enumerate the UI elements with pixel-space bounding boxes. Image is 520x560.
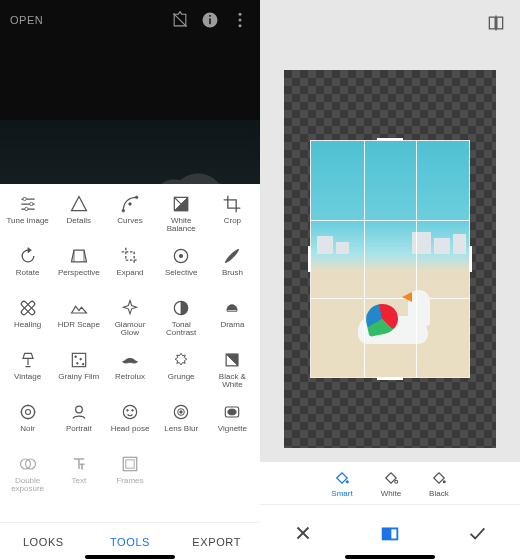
tool-label: Double exposure (4, 477, 52, 493)
svg-rect-39 (126, 460, 134, 468)
aspect-button[interactable] (347, 522, 434, 544)
tool-white-balance[interactable]: White Balance (156, 192, 207, 244)
tool-label: Grunge (168, 373, 195, 381)
svg-rect-40 (489, 17, 495, 29)
tool-healing[interactable]: Healing (2, 296, 53, 348)
crop-handle-right[interactable] (469, 246, 472, 272)
crop-icon (222, 194, 242, 214)
svg-point-24 (21, 405, 34, 418)
healing-icon (18, 298, 38, 318)
tool-label: Crop (224, 217, 241, 225)
tool-brush[interactable]: Brush (207, 244, 258, 296)
tool-label: Rotate (16, 269, 40, 277)
svg-rect-16 (20, 300, 35, 315)
tool-selective[interactable]: Selective (156, 244, 207, 296)
svg-point-43 (395, 480, 398, 483)
top-app-bar: OPEN (0, 0, 260, 40)
tool-black-white[interactable]: Black & White (207, 348, 258, 400)
tool-frames[interactable]: Frames (104, 452, 155, 504)
noir-icon (18, 402, 38, 422)
tab-export[interactable]: EXPORT (173, 523, 260, 560)
svg-point-7 (29, 202, 32, 205)
image-preview[interactable] (311, 141, 469, 377)
tool-tune-image[interactable]: Tune Image (2, 192, 53, 244)
tool-label: Brush (222, 269, 243, 277)
cancel-button[interactable] (260, 522, 347, 544)
crop-handle-top[interactable] (377, 138, 403, 141)
bucket-icon (430, 469, 448, 487)
tool-grunge[interactable]: Grunge (156, 348, 207, 400)
svg-point-34 (228, 409, 236, 415)
double-exposure-icon (18, 454, 38, 474)
tool-rotate[interactable]: Rotate (2, 244, 53, 296)
tool-label: Tune Image (6, 217, 48, 225)
svg-point-42 (346, 480, 349, 483)
tool-label: Drama (220, 321, 244, 329)
tool-perspective[interactable]: Perspective (53, 244, 104, 296)
tool-label: Vintage (14, 373, 41, 381)
tool-label: Curves (117, 217, 142, 225)
compare-icon[interactable] (486, 13, 506, 33)
tab-looks[interactable]: LOOKS (0, 523, 87, 560)
tool-noir[interactable]: Noir (2, 400, 53, 452)
svg-rect-1 (209, 18, 211, 24)
crop-handle-left[interactable] (308, 246, 311, 272)
tool-portrait[interactable]: Portrait (53, 400, 104, 452)
tool-head-pose[interactable]: Head pose (104, 400, 155, 452)
overflow-menu-icon[interactable] (230, 10, 250, 30)
svg-text:T: T (80, 462, 85, 471)
fill-option-smart[interactable]: Smart (331, 469, 352, 498)
tool-crop[interactable]: Crop (207, 192, 258, 244)
tool-label: Text (71, 477, 86, 485)
tool-grainy-film[interactable]: Grainy Film (53, 348, 104, 400)
tool-curves[interactable]: Curves (104, 192, 155, 244)
svg-point-27 (123, 405, 136, 418)
tool-glamour-glow[interactable]: Glamour Glow (104, 296, 155, 348)
svg-point-14 (180, 254, 183, 257)
svg-point-44 (443, 480, 446, 483)
svg-point-26 (75, 406, 82, 413)
tonal-contrast-icon (171, 298, 191, 318)
expand-canvas[interactable] (284, 70, 496, 448)
open-button[interactable]: OPEN (10, 14, 160, 26)
tool-text[interactable]: T Text (53, 452, 104, 504)
tool-double-exposure[interactable]: Double exposure (2, 452, 53, 504)
film-icon (69, 350, 89, 370)
vintage-lamp-icon (18, 350, 38, 370)
perspective-icon (69, 246, 89, 266)
tool-lens-blur[interactable]: Lens Blur (156, 400, 207, 452)
tool-label: Perspective (58, 269, 100, 277)
photo-badge-icon[interactable] (170, 10, 190, 30)
mustache-icon (120, 350, 140, 370)
drama-icon (222, 298, 242, 318)
lens-blur-icon (171, 402, 191, 422)
tool-details[interactable]: Details (53, 192, 104, 244)
close-icon (292, 522, 314, 544)
fill-option-white[interactable]: White (381, 469, 401, 498)
svg-point-11 (135, 196, 138, 199)
tool-drama[interactable]: Drama (207, 296, 258, 348)
fill-option-black[interactable]: Black (429, 469, 449, 498)
tool-label: Tonal Contrast (157, 321, 205, 337)
tool-tonal-contrast[interactable]: Tonal Contrast (156, 296, 207, 348)
tool-vignette[interactable]: Vignette (207, 400, 258, 452)
tool-hdr-scape[interactable]: HDR Scape (53, 296, 104, 348)
apply-button[interactable] (433, 522, 520, 544)
svg-rect-2 (209, 15, 211, 17)
crop-handle-bottom[interactable] (377, 377, 403, 380)
curves-icon (120, 194, 140, 214)
tool-vintage[interactable]: Vintage (2, 348, 53, 400)
tool-retrolux[interactable]: Retrolux (104, 348, 155, 400)
tool-label: Details (67, 217, 91, 225)
svg-point-22 (82, 363, 84, 365)
svg-point-4 (239, 19, 242, 22)
svg-rect-15 (20, 300, 35, 315)
svg-point-19 (75, 356, 77, 358)
svg-point-29 (132, 410, 134, 412)
info-icon[interactable] (200, 10, 220, 30)
rotate-icon (18, 246, 38, 266)
bw-icon (222, 350, 242, 370)
tool-expand[interactable]: Expand (104, 244, 155, 296)
svg-point-21 (76, 363, 78, 365)
fill-mode-row: Smart White Black (260, 462, 520, 504)
